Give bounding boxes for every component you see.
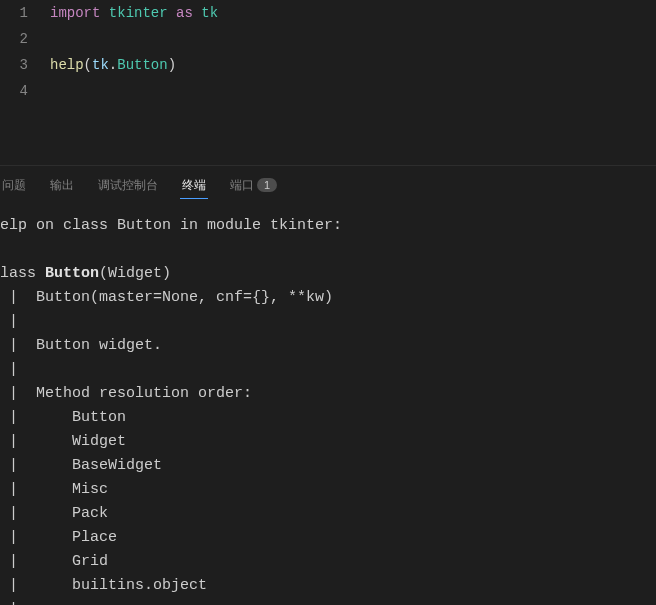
terminal-line: | Place xyxy=(0,526,656,550)
code-line[interactable]: import tkinter as tk xyxy=(50,0,656,26)
tab-badge: 1 xyxy=(257,178,277,192)
line-gutter: 1234 xyxy=(0,0,40,165)
line-number: 2 xyxy=(0,26,28,52)
terminal-line: | xyxy=(0,310,656,334)
code-line[interactable] xyxy=(50,26,656,52)
panel-tab[interactable]: 终端 xyxy=(180,173,208,199)
terminal-line: | BaseWidget xyxy=(0,454,656,478)
terminal-line: | Button xyxy=(0,406,656,430)
terminal-line: | Button widget. xyxy=(0,334,656,358)
terminal-line: | Button(master=None, cnf={}, **kw) xyxy=(0,286,656,310)
line-number: 3 xyxy=(0,52,28,78)
panel-tab-bar: 问题输出调试控制台终端端口1 xyxy=(0,165,656,200)
terminal-line: | Grid xyxy=(0,550,656,574)
terminal-line xyxy=(0,238,656,262)
terminal-output[interactable]: elp on class Button in module tkinter: l… xyxy=(0,200,656,605)
terminal-line: | Misc xyxy=(0,478,656,502)
panel-tab[interactable]: 输出 xyxy=(48,173,76,198)
terminal-line: | Widget xyxy=(0,430,656,454)
terminal-line: | xyxy=(0,598,656,605)
line-number: 1 xyxy=(0,0,28,26)
panel-tab[interactable]: 端口1 xyxy=(228,173,279,198)
terminal-line: lass Button(Widget) xyxy=(0,262,656,286)
panel-tab[interactable]: 问题 xyxy=(0,173,28,198)
code-content[interactable]: import tkinter as tk help(tk.Button) xyxy=(40,0,656,165)
line-number: 4 xyxy=(0,78,28,104)
code-line[interactable]: help(tk.Button) xyxy=(50,52,656,78)
terminal-line: | Pack xyxy=(0,502,656,526)
code-editor[interactable]: 1234 import tkinter as tk help(tk.Button… xyxy=(0,0,656,165)
panel-tab[interactable]: 调试控制台 xyxy=(96,173,160,198)
terminal-line: | Method resolution order: xyxy=(0,382,656,406)
terminal-line: | xyxy=(0,358,656,382)
code-line[interactable] xyxy=(50,78,656,104)
terminal-line: | builtins.object xyxy=(0,574,656,598)
terminal-line: elp on class Button in module tkinter: xyxy=(0,214,656,238)
